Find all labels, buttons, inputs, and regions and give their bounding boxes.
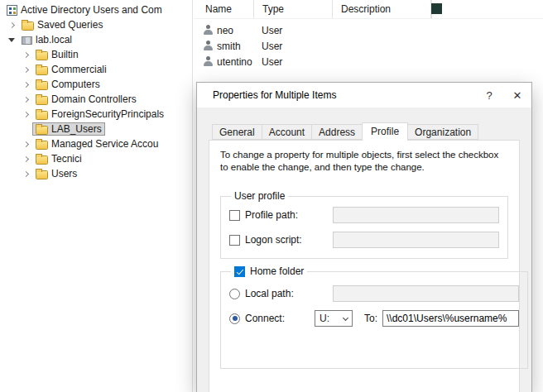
chevron-down-icon[interactable] (5, 38, 18, 42)
user-name: neo (217, 25, 233, 36)
user-profile-group: User profile Profile path: Logon script: (220, 190, 508, 259)
profile-tab-page: To change a property for multiple object… (209, 140, 520, 392)
column-label: Description (341, 3, 391, 15)
user-icon (203, 56, 214, 67)
tree-item-saved-queries[interactable]: Saved Queries (0, 17, 192, 32)
chevron-right-icon[interactable] (19, 98, 32, 102)
tree-item-domain[interactable]: lab.local (0, 32, 192, 47)
user-icon (203, 25, 214, 36)
column-header-type[interactable]: Type (253, 0, 332, 18)
properties-dialog: Properties for Multiple Items ? ✕ Genera… (197, 83, 531, 392)
tree-item-managed-service-accounts[interactable]: Managed Service Accou (0, 136, 192, 151)
user-icon (203, 41, 214, 51)
connect-row: Connect: U: To: (229, 310, 519, 327)
connect-radio[interactable] (229, 313, 240, 324)
domain-icon (22, 36, 32, 45)
chevron-right-icon[interactable] (5, 23, 18, 27)
tab-address[interactable]: Address (311, 124, 363, 140)
close-button[interactable]: ✕ (503, 83, 531, 108)
header-corner-icon (431, 3, 442, 14)
user-profile-group-label: User profile (231, 190, 288, 202)
dialog-titlebar[interactable]: Properties for Multiple Items ? ✕ (197, 83, 531, 108)
directory-root-icon (7, 5, 17, 16)
local-path-radio[interactable] (229, 289, 240, 299)
folder-icon (36, 155, 48, 165)
list-row-utentino[interactable]: utentino User (194, 54, 543, 69)
local-path-row: Local path: (229, 285, 519, 302)
tree-item-root[interactable]: Active Directory Users and Com (0, 2, 192, 17)
folder-icon (36, 141, 48, 150)
user-type: User (253, 56, 332, 68)
tab-profile[interactable]: Profile (362, 122, 408, 141)
user-type: User (253, 25, 332, 36)
chevron-right-icon[interactable] (19, 112, 32, 117)
dialog-title: Properties for Multiple Items (197, 89, 475, 101)
folder-icon (36, 111, 48, 120)
tree-item-foreign-security-principals[interactable]: ForeignSecurityPrincipals (0, 107, 192, 122)
folder-icon (36, 66, 48, 75)
folder-icon (36, 126, 48, 135)
logon-script-checkbox[interactable] (229, 235, 240, 246)
tree-item-label: Managed Service Accou (51, 138, 158, 150)
chevron-down-icon (343, 315, 348, 321)
tree-item-label: Domain Controllers (51, 93, 137, 105)
tree-item-label: Computers (51, 79, 100, 90)
tab-account[interactable]: Account (262, 124, 312, 140)
tree-item-label: Active Directory Users and Com (21, 4, 162, 16)
chevron-right-icon[interactable] (19, 83, 32, 87)
home-folder-group-label: Home folder (231, 265, 307, 277)
column-label: Name (205, 3, 232, 15)
tree-item-builtin[interactable]: Builtin (0, 47, 192, 62)
folder-icon (36, 51, 48, 60)
tree-item-label: Users (51, 168, 77, 179)
profile-path-checkbox[interactable] (229, 210, 240, 221)
tree-item-users[interactable]: Users (0, 166, 192, 181)
home-folder-path-input[interactable] (382, 310, 519, 327)
chevron-right-icon[interactable] (19, 142, 32, 146)
instruction-text: To change a property for multiple object… (220, 149, 508, 174)
local-path-label: Local path: (245, 288, 333, 299)
column-header-name[interactable]: Name (194, 0, 253, 18)
console-tree: Active Directory Users and Com Saved Que… (0, 0, 193, 392)
to-label: To: (364, 313, 377, 324)
selected-tree-item[interactable]: LAB_Users (32, 122, 105, 136)
user-name: utentino (217, 56, 252, 68)
drive-letter-value: U: (320, 313, 329, 324)
tree-item-label: Builtin (51, 49, 79, 60)
connect-label: Connect: (245, 313, 315, 324)
column-header-description[interactable]: Description (332, 0, 431, 18)
chevron-right-icon[interactable] (19, 157, 32, 161)
tree-item-commerciali[interactable]: Commerciali (0, 62, 192, 77)
chevron-right-icon[interactable] (19, 68, 32, 72)
home-folder-group: Home folder Local path: Connect: U: To: (220, 265, 528, 369)
tree-item-label: Commerciali (51, 64, 107, 75)
logon-script-label: Logon script: (245, 234, 333, 246)
tab-organization[interactable]: Organization (407, 124, 478, 140)
folder-icon (36, 81, 48, 90)
column-header-spacer (431, 0, 543, 18)
chevron-right-icon[interactable] (19, 53, 32, 57)
profile-path-input (333, 207, 499, 223)
tree-item-domain-controllers[interactable]: Domain Controllers (0, 92, 192, 107)
tree-item-computers[interactable]: Computers (0, 77, 192, 92)
local-path-input (333, 285, 519, 302)
logon-script-row: Logon script: (229, 232, 499, 248)
help-button[interactable]: ? (475, 83, 503, 108)
list-row-neo[interactable]: neo User (194, 22, 543, 38)
folder-icon (36, 96, 48, 105)
tree-item-label: ForeignSecurityPrincipals (51, 108, 164, 120)
tree-item-label: Tecnici (51, 153, 82, 165)
chevron-right-icon[interactable] (19, 172, 32, 176)
home-folder-checkbox[interactable] (234, 266, 245, 277)
folder-icon (22, 22, 34, 31)
tab-strip: General Account Address Profile Organiza… (212, 122, 478, 140)
tree-item-lab-users[interactable]: LAB_Users (0, 122, 192, 136)
column-label: Type (262, 3, 284, 15)
tree-item-tecnici[interactable]: Tecnici (0, 151, 192, 166)
list-header: Name Type Description (194, 0, 543, 19)
user-type: User (253, 41, 332, 52)
drive-letter-select[interactable]: U: (315, 310, 353, 327)
logon-script-input (333, 232, 499, 248)
tab-general[interactable]: General (212, 124, 262, 140)
list-row-smith[interactable]: smith User (194, 38, 543, 54)
